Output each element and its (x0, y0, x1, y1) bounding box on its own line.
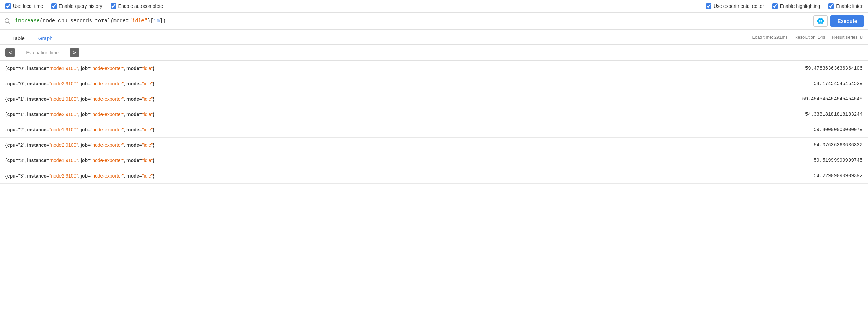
eval-time-next-button[interactable]: > (70, 48, 79, 57)
metric-cell: {cpu="2", instance="node2:9100", job="no… (0, 138, 600, 153)
metric-cell: {cpu="3", instance="node2:9100", job="no… (0, 168, 600, 184)
value-cell: 54.22909090909392 (600, 168, 868, 184)
tab-graph[interactable]: Graph (31, 32, 59, 44)
table-row: {cpu="2", instance="node2:9100", job="no… (0, 138, 868, 153)
checkbox-enable-highlighting[interactable]: Enable highlighting (772, 3, 820, 9)
query-bar: increase(node_cpu_seconds_total{mode="id… (0, 13, 868, 30)
checkbox-enable-linter-input[interactable] (828, 3, 834, 9)
toolbar: Use local time Enable query history Enab… (0, 0, 868, 13)
search-icon (4, 18, 11, 25)
globe-button[interactable]: 🌐 (813, 15, 828, 27)
checkbox-enable-query-history-input[interactable] (51, 3, 57, 9)
checkbox-use-experimental-editor[interactable]: Use experimental editor (706, 3, 764, 9)
checkbox-enable-autocomplete-input[interactable] (111, 3, 116, 9)
checkbox-use-experimental-editor-input[interactable] (706, 3, 711, 9)
checkbox-enable-linter-label: Enable linter (836, 3, 863, 9)
table-row: {cpu="1", instance="node1:9100", job="no… (0, 91, 868, 107)
metric-cell: {cpu="2", instance="node1:9100", job="no… (0, 122, 600, 138)
value-cell: 59.47636363636364106 (600, 61, 868, 76)
value-cell: 54.17454545454529 (600, 76, 868, 91)
eval-time-row: < Evaluation time > (0, 45, 868, 61)
checkbox-enable-autocomplete-label: Enable autocomplete (118, 3, 163, 9)
checkbox-use-local-time[interactable]: Use local time (5, 3, 43, 9)
meta-info: Load time: 291ms Resolution: 14s Result … (752, 34, 863, 42)
checkbox-enable-query-history-label: Enable query history (59, 3, 103, 9)
checkbox-enable-highlighting-label: Enable highlighting (780, 3, 820, 9)
tab-table[interactable]: Table (5, 32, 31, 44)
table-row: {cpu="0", instance="node1:9100", job="no… (0, 61, 868, 76)
tabs: Table Graph (5, 32, 59, 44)
query-display[interactable]: increase(node_cpu_seconds_total{mode="id… (14, 17, 811, 25)
metric-cell: {cpu="1", instance="node1:9100", job="no… (0, 91, 600, 107)
tabs-area: Table Graph Load time: 291ms Resolution:… (0, 30, 868, 45)
value-cell: 54.07636363636332 (600, 138, 868, 153)
eval-time-label: Evaluation time (15, 48, 70, 57)
metric-cell: {cpu="1", instance="node2:9100", job="no… (0, 107, 600, 122)
checkbox-use-local-time-label: Use local time (13, 3, 43, 9)
value-cell: 54.33818181818183244 (600, 107, 868, 122)
metric-cell: {cpu="0", instance="node2:9100", job="no… (0, 76, 600, 91)
eval-time-prev-button[interactable]: < (5, 48, 15, 57)
result-series: Result series: 8 (832, 34, 863, 40)
load-time: Load time: 291ms (752, 34, 787, 40)
checkbox-enable-query-history[interactable]: Enable query history (51, 3, 103, 9)
execute-button[interactable]: Execute (830, 15, 864, 27)
checkbox-use-experimental-editor-label: Use experimental editor (714, 3, 764, 9)
table-row: {cpu="2", instance="node1:9100", job="no… (0, 122, 868, 138)
svg-line-1 (9, 22, 10, 24)
value-cell: 59.51999999999745 (600, 153, 868, 168)
table-row: {cpu="0", instance="node2:9100", job="no… (0, 76, 868, 91)
table-row: {cpu="3", instance="node1:9100", job="no… (0, 153, 868, 168)
results-table: {cpu="0", instance="node1:9100", job="no… (0, 61, 868, 184)
checkbox-enable-autocomplete[interactable]: Enable autocomplete (111, 3, 163, 9)
toolbar-left: Use local time Enable query history Enab… (5, 3, 698, 9)
resolution: Resolution: 14s (795, 34, 825, 40)
table-row: {cpu="3", instance="node2:9100", job="no… (0, 168, 868, 184)
toolbar-right: Use experimental editor Enable highlight… (706, 3, 863, 9)
table-row: {cpu="1", instance="node2:9100", job="no… (0, 107, 868, 122)
checkbox-use-local-time-input[interactable] (5, 3, 11, 9)
checkbox-enable-highlighting-input[interactable] (772, 3, 778, 9)
value-cell: 59.454545454545454545 (600, 91, 868, 107)
metric-cell: {cpu="3", instance="node1:9100", job="no… (0, 153, 600, 168)
metric-cell: {cpu="0", instance="node1:9100", job="no… (0, 61, 600, 76)
checkbox-enable-linter[interactable]: Enable linter (828, 3, 863, 9)
value-cell: 59.40000000000079 (600, 122, 868, 138)
